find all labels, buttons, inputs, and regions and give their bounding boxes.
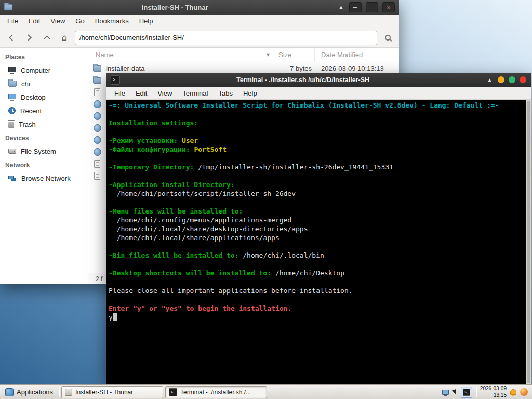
column-header-date[interactable]: Date Modified xyxy=(315,48,399,62)
network-icon xyxy=(8,176,14,179)
file-icon xyxy=(94,172,100,180)
minimize-icon xyxy=(353,7,357,8)
file-size: 7 bytes xyxy=(274,64,315,72)
trash-icon xyxy=(8,122,14,128)
terminal-line: -Temporary Directory: /tmp/installer-sh/… xyxy=(109,163,526,171)
terminal-menu-edit[interactable]: Edit xyxy=(130,87,152,99)
script-icon xyxy=(94,136,101,144)
home-icon: ⌂ xyxy=(62,33,68,42)
applications-label: Applications xyxy=(17,388,53,396)
terminal-menu-view[interactable]: View xyxy=(152,87,177,99)
up-button[interactable] xyxy=(39,31,54,45)
terminal-line xyxy=(109,171,526,180)
terminal-scrollbar[interactable] xyxy=(526,100,531,384)
sidebar-item-label: Desktop xyxy=(21,94,46,101)
terminal-menu-file[interactable]: File xyxy=(109,87,130,99)
menu-help[interactable]: Help xyxy=(134,15,158,28)
sidebar-item-recent[interactable]: Recent xyxy=(0,104,88,117)
terminal-line: -Файлы конфигурации: PortSoft xyxy=(109,145,526,154)
sidebar-item-computer[interactable]: Computer xyxy=(0,63,88,77)
sidebar-header-devices: Devices xyxy=(0,131,88,144)
terminal-line: -Bin files will be installed to: /home/c… xyxy=(109,251,526,260)
terminal-line: /home/chi/portsoft/script/installer-sh-2… xyxy=(109,189,526,198)
terminal-line: Enter "y" or "yes" to begin the installa… xyxy=(109,304,526,313)
clock-date: 2026-03-09 xyxy=(480,385,507,392)
menu-view[interactable]: View xyxy=(45,15,70,28)
column-header-size[interactable]: Size xyxy=(274,48,315,62)
terminal-close-button[interactable] xyxy=(520,76,526,83)
sort-descending-icon: ▼ xyxy=(267,52,270,57)
terminal-line: Please close all important applications … xyxy=(109,286,526,295)
menu-go[interactable]: Go xyxy=(70,15,89,28)
sidebar-item-browse-network[interactable]: Browse Network xyxy=(0,171,88,185)
tray-status-icon[interactable] xyxy=(520,388,528,396)
system-tray: >_ 2026-03-09 13:15 xyxy=(442,385,530,398)
terminal-menu-tabs[interactable]: Tabs xyxy=(213,87,237,99)
search-icon xyxy=(385,35,391,41)
scrollbar-thumb[interactable] xyxy=(527,101,530,383)
applications-menu-icon xyxy=(5,388,14,396)
terminal-line: -Menu files will be installed to: xyxy=(109,207,526,216)
thunar-icon xyxy=(65,389,72,396)
terminal-menu-terminal[interactable]: Terminal xyxy=(177,87,213,99)
back-button[interactable] xyxy=(4,31,19,45)
rollup-button[interactable]: ▲ xyxy=(339,5,343,10)
taskbar-window-terminal[interactable]: >_ Terminal - ./installer.sh /... xyxy=(165,386,267,398)
terminal-icon: >_ xyxy=(111,75,120,85)
computer-icon xyxy=(8,66,16,72)
menu-file[interactable]: File xyxy=(2,15,23,28)
terminal-line: -=: Universal Software Installer Script … xyxy=(109,101,526,110)
sidebar-item-desktop[interactable]: Desktop xyxy=(0,90,88,104)
desktop-icon xyxy=(8,94,16,99)
script-icon xyxy=(94,124,101,132)
tray-terminal-icon[interactable]: >_ xyxy=(461,387,472,398)
menu-bookmarks[interactable]: Bookmarks xyxy=(90,15,134,28)
sidebar-item-home[interactable]: chi xyxy=(0,77,88,90)
folder-icon xyxy=(93,77,101,84)
sidebar-item-filesystem[interactable]: File System xyxy=(0,144,88,158)
terminal-output[interactable]: -=: Universal Software Installer Script … xyxy=(106,100,526,384)
tray-cursor-icon[interactable] xyxy=(451,389,458,395)
terminal-window: >_ Terminal - ./installer.sh /u/h/c/D/In… xyxy=(106,73,531,384)
separator xyxy=(476,387,476,397)
terminal-line xyxy=(109,295,526,304)
notifications-bell-icon[interactable] xyxy=(510,389,516,395)
menu-edit[interactable]: Edit xyxy=(23,15,45,28)
file-icon xyxy=(94,160,100,168)
terminal-titlebar[interactable]: >_ Terminal - ./installer.sh /u/h/c/D/In… xyxy=(106,73,531,87)
forward-button[interactable] xyxy=(22,31,36,45)
clock[interactable]: 2026-03-09 13:15 xyxy=(480,385,507,398)
thunar-menubar: File Edit View Go Bookmarks Help xyxy=(0,15,399,28)
column-header-name[interactable]: Name ▼ xyxy=(88,48,274,62)
home-folder-icon xyxy=(8,81,17,87)
taskbar-window-thunar[interactable]: Installer-SH - Thunar xyxy=(61,386,163,398)
script-icon xyxy=(94,100,101,108)
tray-display-icon[interactable] xyxy=(442,390,449,395)
applications-button[interactable]: Applications xyxy=(2,386,57,398)
minimize-button[interactable] xyxy=(349,2,362,12)
terminal-menu-help[interactable]: Help xyxy=(238,87,262,99)
path-input[interactable] xyxy=(75,31,377,45)
search-button[interactable] xyxy=(380,31,395,45)
terminal-maximize-button[interactable] xyxy=(509,76,515,83)
terminal-minimize-button[interactable] xyxy=(498,76,504,83)
terminal-window-title: Terminal - ./installer.sh /u/h/c/D/Insta… xyxy=(124,76,482,84)
maximize-button[interactable] xyxy=(366,2,378,12)
sidebar-item-label: chi xyxy=(21,80,30,88)
terminal-line xyxy=(109,198,526,207)
terminal-rollup-button[interactable]: ▲ xyxy=(488,77,491,83)
close-icon: × xyxy=(387,4,391,11)
chevron-left-icon xyxy=(9,34,16,41)
terminal-line: /home/chi/.local/share/applications/apps xyxy=(109,233,526,242)
sidebar-item-label: File System xyxy=(21,148,56,155)
list-header: Name ▼ Size Date Modified xyxy=(88,48,399,62)
sidebar-item-label: Trash xyxy=(19,121,36,128)
file-icon xyxy=(94,88,100,96)
thunar-titlebar[interactable]: Installer-SH - Thunar ▲ × xyxy=(0,0,399,15)
close-button[interactable]: × xyxy=(382,2,395,12)
terminal-line: y xyxy=(109,313,526,322)
home-button[interactable]: ⌂ xyxy=(57,31,72,45)
sidebar-item-trash[interactable]: Trash xyxy=(0,117,88,131)
terminal-line xyxy=(109,242,526,251)
sidebar-item-label: Browse Network xyxy=(21,175,71,182)
